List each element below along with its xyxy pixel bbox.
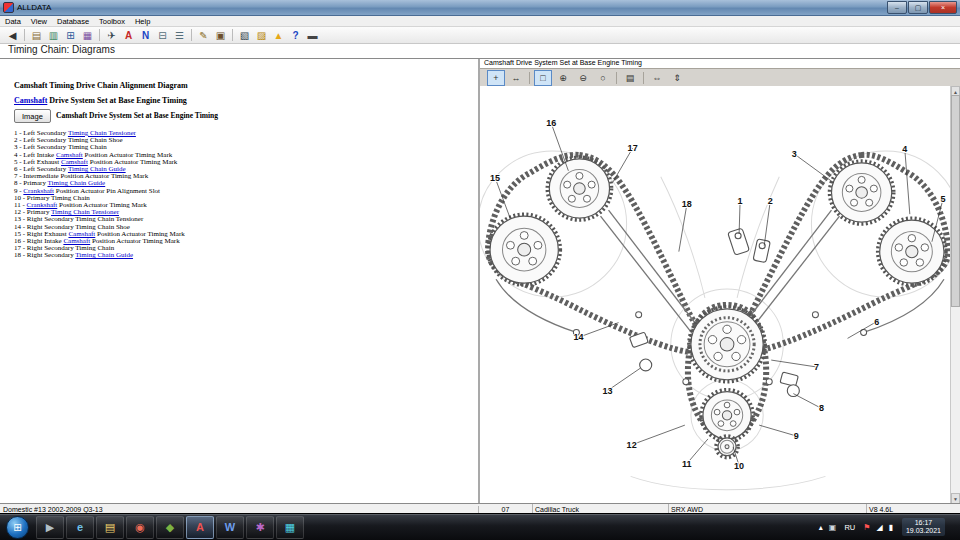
menu-view[interactable]: View xyxy=(26,17,52,26)
print-diagram-icon[interactable]: ▤ xyxy=(621,70,639,86)
callout-4: 4 xyxy=(902,144,907,154)
page-title: Timing Chain: Diagrams xyxy=(0,44,960,56)
system-tray: ▴▣RU⚑◢▮ 16:17 19.03.2021 xyxy=(816,518,960,536)
zoom-out-icon[interactable]: ⊖ xyxy=(574,70,592,86)
scroll-thumb[interactable] xyxy=(951,95,960,307)
subheading-rest: Drive System Set at Base Engine Timing xyxy=(47,96,186,105)
close-button[interactable]: × xyxy=(929,1,957,14)
toolbar-separator xyxy=(24,29,25,41)
vehicle-lift-icon[interactable]: ▣ xyxy=(212,28,229,43)
volume-icon[interactable]: ▮ xyxy=(889,523,893,532)
data-grid-icon[interactable]: ⊟ xyxy=(154,28,171,43)
image-caption: Camshaft Drive System Set at Base Engine… xyxy=(56,111,218,120)
taskbar-internet-explorer-icon[interactable]: e xyxy=(66,516,94,539)
language-indicator[interactable]: RU xyxy=(842,522,857,533)
toolbar-separator xyxy=(191,29,192,41)
taskbar-explorer-icon[interactable]: ▤ xyxy=(96,516,124,539)
menu-help[interactable]: Help xyxy=(130,17,155,26)
toolbar-separator xyxy=(616,72,617,84)
taskbar-teal-app-icon[interactable]: ▦ xyxy=(276,516,304,539)
main-split: Camshaft Timing Drive Chain Alignment Di… xyxy=(0,59,960,504)
ncv-letters-icon[interactable]: N xyxy=(137,28,154,43)
callout-14: 14 xyxy=(573,332,583,342)
window-title: ALLDATA xyxy=(17,3,51,12)
taskbar-word-icon[interactable]: W xyxy=(216,516,244,539)
list-view-icon[interactable]: ☰ xyxy=(171,28,188,43)
flight-plane-icon[interactable]: ✈ xyxy=(103,28,120,43)
fit-page-icon[interactable]: ⇕ xyxy=(668,70,686,86)
windows-taskbar: ⊞ ▶e▤◉◆AW✱▦ ▴▣RU⚑◢▮ 16:17 19.03.2021 xyxy=(0,513,960,540)
monitor-icon[interactable]: ▥ xyxy=(45,28,62,43)
menu-data[interactable]: Data xyxy=(0,17,26,26)
taskbar-media-icon[interactable]: ▶ xyxy=(36,516,64,539)
camshaft-link[interactable]: Camshaft xyxy=(14,96,47,105)
taskbar-chrome-icon[interactable]: ◉ xyxy=(126,516,154,539)
acv-letters-icon[interactable]: A xyxy=(120,28,137,43)
taskbar-green-app-icon[interactable]: ◆ xyxy=(156,516,184,539)
callout-9: 9 xyxy=(794,431,799,441)
menu-database[interactable]: Database xyxy=(52,17,94,26)
callout-7: 7 xyxy=(814,362,819,372)
callout-6: 6 xyxy=(874,317,879,327)
callout-18: 18 xyxy=(682,199,692,209)
callout-1: 1 xyxy=(738,196,743,206)
hidden-icons-chevron[interactable]: ▴ xyxy=(819,523,823,532)
callout-5: 5 xyxy=(940,194,945,204)
clock-time: 16:17 xyxy=(906,519,941,527)
cascade-windows-icon[interactable]: ⊞ xyxy=(62,28,79,43)
callout-11: 11 xyxy=(682,459,692,469)
maximize-button[interactable]: ▢ xyxy=(908,1,928,14)
status-database: Domestic #13 2002-2009 Q3-13 xyxy=(0,506,479,513)
viewer-toolbar: +↔□⊕⊖○▤⇔⇕ xyxy=(480,68,960,87)
menu-toolbox[interactable]: Toolbox xyxy=(94,17,130,26)
legend-link[interactable]: Timing Chain Guide xyxy=(75,251,133,259)
callout-3: 3 xyxy=(792,149,797,159)
taskbar-alldata-icon[interactable]: A xyxy=(186,516,214,539)
fit-width-icon[interactable]: ⇔ xyxy=(648,70,666,86)
zoom-actual-icon[interactable]: ○ xyxy=(594,70,612,86)
legend-list: 1 - Left Secondary Timing Chain Tensione… xyxy=(14,130,472,260)
reports-icon[interactable]: ▦ xyxy=(79,28,96,43)
toolbar-separator xyxy=(643,72,644,84)
toolbar-separator xyxy=(99,29,100,41)
zoom-window-icon[interactable]: □ xyxy=(534,70,552,86)
title-bar: ALLDATA – ▢ × xyxy=(0,0,960,16)
taskbar-clock[interactable]: 16:17 19.03.2021 xyxy=(902,518,945,536)
callout-17: 17 xyxy=(628,143,638,153)
help-icon[interactable]: ? xyxy=(287,28,304,43)
minimize-button[interactable]: – xyxy=(887,1,907,14)
sprockets xyxy=(488,157,946,458)
diagram-scrollbar[interactable]: ▲ ▼ xyxy=(950,86,960,504)
callout-16: 16 xyxy=(546,118,556,128)
callout-2: 2 xyxy=(768,196,773,206)
taskbar-apps: ▶e▤◉◆AW✱▦ xyxy=(35,516,305,539)
start-button[interactable]: ⊞ xyxy=(6,516,29,539)
timing-chain-diagram[interactable]: 161734151812514671381211109 xyxy=(480,86,951,504)
callout-8: 8 xyxy=(819,403,824,413)
callout-12: 12 xyxy=(627,440,637,450)
labor-icon[interactable]: ▧ xyxy=(236,28,253,43)
image-button[interactable]: Image xyxy=(14,109,51,123)
upload-icon[interactable]: ▲ xyxy=(270,28,287,43)
app-icon xyxy=(3,2,14,13)
keyboard-flag-icon[interactable]: ⚑ xyxy=(863,523,870,532)
network-icon[interactable]: ◢ xyxy=(876,523,882,532)
callout-15: 15 xyxy=(490,173,500,183)
main-toolbar: ◀▤▥⊞▦✈AN⊟☰✎▣▧▨▲?▬ xyxy=(0,27,960,44)
print-icon[interactable]: ▬ xyxy=(304,28,321,43)
zoom-select-icon[interactable]: + xyxy=(487,70,505,86)
parts-icon[interactable]: ▨ xyxy=(253,28,270,43)
tray-app-icon[interactable]: ▣ xyxy=(829,523,837,532)
zoom-in-icon[interactable]: ⊕ xyxy=(554,70,572,86)
pan-icon[interactable]: ↔ xyxy=(507,70,525,86)
viewer-title: Camshaft Drive System Set at Base Engine… xyxy=(484,59,642,68)
menu-bar: DataViewDatabaseToolboxHelp xyxy=(0,16,960,27)
clock-date: 19.03.2021 xyxy=(906,527,941,535)
article-heading: Camshaft Timing Drive Chain Alignment Di… xyxy=(14,81,188,90)
article-pane[interactable]: Camshaft Timing Drive Chain Alignment Di… xyxy=(0,59,480,504)
back-icon[interactable]: ◀ xyxy=(4,28,21,43)
notes-icon[interactable]: ✎ xyxy=(195,28,212,43)
callout-10: 10 xyxy=(734,461,744,471)
taskbar-purple-app-icon[interactable]: ✱ xyxy=(246,516,274,539)
shop-info-icon[interactable]: ▤ xyxy=(28,28,45,43)
